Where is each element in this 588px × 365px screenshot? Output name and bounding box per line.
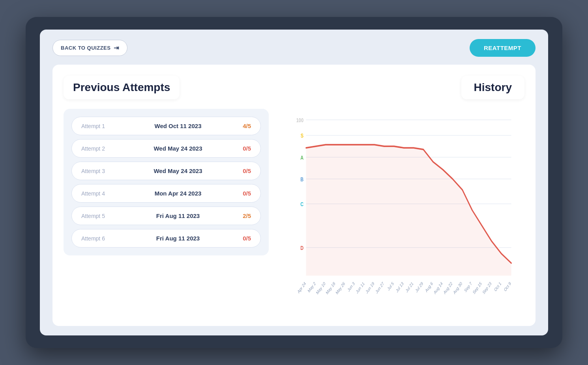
attempt-row[interactable]: Attempt 4Mon Apr 24 20230/5 — [71, 184, 261, 203]
attempt-score: 0/5 — [227, 145, 251, 152]
reattempt-button[interactable]: REATTEMPT — [470, 39, 536, 57]
svg-text:Sep 7: Sep 7 — [464, 281, 473, 293]
attempt-date: Fri Aug 11 2023 — [129, 212, 227, 219]
attempt-date: Mon Apr 24 2023 — [129, 190, 227, 197]
svg-text:Sep 15: Sep 15 — [472, 281, 482, 295]
attempt-date: Fri Aug 11 2023 — [129, 235, 227, 242]
history-chart: 100SABCDApr 24May 2May 10May 18May 26Jun… — [278, 106, 524, 315]
svg-text:Jun 11: Jun 11 — [355, 281, 365, 294]
attempt-row[interactable]: Attempt 6Fri Aug 11 20230/5 — [71, 229, 261, 248]
device-frame: BACK TO QUIZZES ⇥ REATTEMPT Previous Att… — [26, 17, 562, 348]
svg-text:Aug 30: Aug 30 — [453, 281, 463, 295]
back-to-quizzes-button[interactable]: BACK TO QUIZZES ⇥ — [52, 40, 127, 56]
svg-text:Aug 22: Aug 22 — [443, 281, 453, 295]
main-content: Previous Attempts Attempt 1Wed Oct 11 20… — [52, 65, 536, 326]
svg-text:Jun 19: Jun 19 — [365, 281, 375, 294]
previous-attempts-title: Previous Attempts — [64, 76, 180, 99]
svg-text:Jul 29: Jul 29 — [415, 281, 424, 294]
attempt-date: Wed May 24 2023 — [129, 168, 227, 174]
attempt-score: 0/5 — [227, 235, 251, 242]
svg-text:May 26: May 26 — [335, 281, 346, 296]
exit-icon: ⇥ — [114, 44, 119, 52]
svg-text:Sep 23: Sep 23 — [482, 281, 492, 295]
svg-text:Oct 9: Oct 9 — [503, 281, 511, 292]
attempt-label: Attempt 5 — [81, 213, 129, 219]
attempt-row[interactable]: Attempt 5Fri Aug 11 20232/5 — [71, 207, 261, 225]
svg-text:May 10: May 10 — [316, 281, 326, 296]
history-title: History — [461, 76, 524, 99]
svg-text:Aug 6: Aug 6 — [425, 281, 434, 293]
svg-text:B: B — [300, 176, 303, 182]
attempt-row[interactable]: Attempt 1Wed Oct 11 20234/5 — [71, 117, 261, 135]
svg-text:Jul 21: Jul 21 — [405, 281, 414, 294]
attempt-date: Wed May 24 2023 — [129, 145, 227, 152]
attempt-score: 0/5 — [227, 168, 251, 174]
left-panel: Previous Attempts Attempt 1Wed Oct 11 20… — [64, 76, 269, 315]
attempt-score: 4/5 — [227, 123, 251, 129]
attempts-list: Attempt 1Wed Oct 11 20234/5Attempt 2Wed … — [64, 109, 269, 255]
svg-text:Aug 14: Aug 14 — [433, 281, 443, 295]
attempt-row[interactable]: Attempt 2Wed May 24 20230/5 — [71, 139, 261, 158]
attempt-score: 2/5 — [227, 212, 251, 219]
svg-text:Jul 13: Jul 13 — [395, 281, 404, 294]
svg-text:Apr 24: Apr 24 — [297, 281, 307, 294]
svg-text:A: A — [300, 154, 303, 161]
svg-text:Jul 5: Jul 5 — [387, 281, 395, 292]
screen: BACK TO QUIZZES ⇥ REATTEMPT Previous Att… — [40, 30, 548, 335]
svg-text:Jun 3: Jun 3 — [347, 281, 356, 293]
svg-text:May 2: May 2 — [307, 281, 316, 294]
attempt-label: Attempt 2 — [81, 145, 129, 152]
svg-text:Jun 27: Jun 27 — [375, 281, 385, 294]
svg-text:D: D — [300, 244, 303, 251]
back-label: BACK TO QUIZZES — [61, 45, 110, 51]
attempt-label: Attempt 6 — [81, 235, 129, 242]
svg-text:S: S — [301, 132, 304, 139]
attempt-date: Wed Oct 11 2023 — [129, 123, 227, 129]
attempt-label: Attempt 1 — [81, 123, 129, 129]
svg-text:May 18: May 18 — [325, 281, 336, 296]
top-bar: BACK TO QUIZZES ⇥ REATTEMPT — [52, 39, 536, 57]
svg-text:C: C — [300, 201, 303, 208]
attempt-label: Attempt 3 — [81, 168, 129, 174]
svg-text:Oct 1: Oct 1 — [494, 281, 502, 292]
attempt-label: Attempt 4 — [81, 190, 129, 197]
attempt-row[interactable]: Attempt 3Wed May 24 20230/5 — [71, 162, 261, 180]
attempt-score: 0/5 — [227, 190, 251, 197]
svg-text:100: 100 — [296, 117, 303, 123]
right-panel: History 100SABCDApr 24May 2May 10May 18M… — [278, 76, 524, 315]
